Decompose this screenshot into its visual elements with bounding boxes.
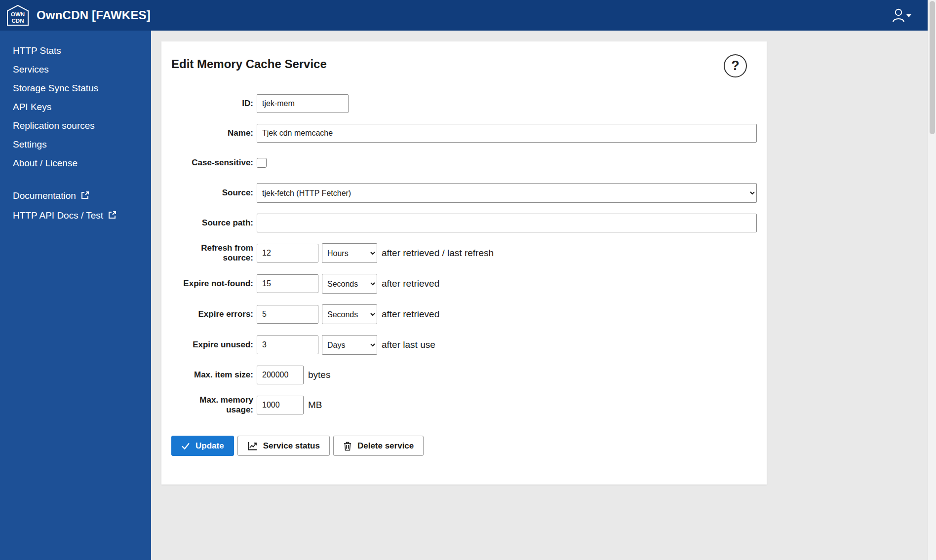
action-buttons: Update Service status — [171, 436, 757, 456]
expire-errors-label: Expire errors: — [171, 309, 253, 319]
service-status-button[interactable]: Service status — [237, 436, 330, 456]
user-icon — [892, 8, 912, 23]
expire-not-found-unit-select[interactable]: Seconds — [322, 274, 377, 294]
sidebar-item-label: HTTP API Docs / Test — [13, 210, 103, 221]
sidebar: HTTP Stats Services Storage Sync Status … — [0, 31, 151, 560]
id-label: ID: — [171, 99, 253, 109]
sidebar-item-settings[interactable]: Settings — [13, 135, 151, 154]
scrollbar[interactable] — [928, 0, 936, 560]
edit-service-card: Edit Memory Cache Service ? ID: Name: Ca… — [161, 41, 767, 485]
expire-unused-suffix: after last use — [382, 339, 435, 350]
sidebar-item-http-stats[interactable]: HTTP Stats — [13, 41, 151, 60]
service-status-button-label: Service status — [263, 441, 320, 451]
max-item-size-label: Max. item size: — [171, 370, 253, 380]
form-row-max-memory: Max. memory usage: MB — [171, 395, 757, 415]
sidebar-external-links: Documentation HTTP API Docs / Test — [0, 187, 151, 226]
case-sensitive-label: Case-sensitive: — [171, 158, 253, 168]
expire-unused-unit-select[interactable]: Days — [322, 335, 377, 355]
expire-not-found-label: Expire not-found: — [171, 279, 253, 289]
check-icon — [181, 443, 190, 449]
sidebar-item-label: Documentation — [13, 190, 76, 201]
app-title: OwnCDN [FAWKES] — [37, 8, 151, 22]
external-link-icon — [108, 211, 117, 222]
svg-text:CDN: CDN — [12, 18, 24, 24]
external-link-icon — [80, 191, 89, 202]
sidebar-item-storage-sync-status[interactable]: Storage Sync Status — [13, 79, 151, 98]
source-select[interactable]: tjek-fetch (HTTP Fetcher) — [257, 183, 757, 203]
sidebar-nav: HTTP Stats Services Storage Sync Status … — [0, 41, 151, 173]
expire-errors-value-field[interactable] — [257, 305, 318, 324]
trash-icon — [343, 441, 352, 451]
max-memory-label: Max. memory usage: — [171, 395, 253, 415]
source-label: Source: — [171, 188, 253, 198]
max-item-size-suffix: bytes — [308, 370, 330, 380]
form-row-name: Name: — [171, 124, 757, 143]
sidebar-item-about-license[interactable]: About / License — [13, 154, 151, 173]
form-row-source-path: Source path: — [171, 214, 757, 232]
user-menu[interactable] — [892, 8, 912, 23]
form-row-expire-not-found: Expire not-found: Seconds after retrieve… — [171, 274, 757, 294]
refresh-label: Refresh from source: — [171, 243, 253, 263]
chevron-down-icon — [906, 14, 911, 17]
refresh-unit-select[interactable]: Hours — [322, 243, 377, 263]
update-button[interactable]: Update — [171, 436, 234, 456]
form-row-refresh: Refresh from source: Hours after retriev… — [171, 243, 757, 263]
service-form: ID: Name: Case-sensitive: Source: tjek-f… — [171, 94, 757, 456]
source-path-label: Source path: — [171, 218, 253, 228]
name-label: Name: — [171, 128, 253, 138]
form-row-case-sensitive: Case-sensitive: — [171, 153, 757, 172]
form-row-id: ID: — [171, 94, 757, 113]
sidebar-item-services[interactable]: Services — [13, 60, 151, 79]
help-button[interactable]: ? — [724, 54, 747, 77]
app-logo: OWN CDN — [7, 5, 29, 26]
form-row-expire-unused: Expire unused: Days after last use — [171, 335, 757, 355]
page-title: Edit Memory Cache Service — [171, 57, 327, 71]
refresh-value-field[interactable] — [257, 244, 318, 262]
update-button-label: Update — [195, 441, 224, 451]
top-bar: OWN CDN OwnCDN [FAWKES] — [0, 0, 936, 31]
source-path-field[interactable] — [257, 214, 757, 232]
max-memory-suffix: MB — [308, 400, 322, 411]
sidebar-item-documentation[interactable]: Documentation — [13, 187, 151, 206]
sidebar-item-replication-sources[interactable]: Replication sources — [13, 116, 151, 135]
expire-unused-label: Expire unused: — [171, 340, 253, 350]
expire-unused-value-field[interactable] — [257, 336, 318, 354]
refresh-suffix: after retrieved / last refresh — [382, 248, 494, 259]
delete-service-button-label: Delete service — [357, 441, 414, 451]
form-row-expire-errors: Expire errors: Seconds after retrieved — [171, 304, 757, 324]
form-row-source: Source: tjek-fetch (HTTP Fetcher) — [171, 183, 757, 203]
sidebar-item-http-api-docs[interactable]: HTTP API Docs / Test — [13, 206, 151, 226]
house-logo-icon: OWN CDN — [7, 5, 29, 26]
form-row-max-item-size: Max. item size: bytes — [171, 366, 757, 384]
expire-not-found-suffix: after retrieved — [382, 278, 439, 289]
svg-text:OWN: OWN — [11, 11, 25, 17]
max-memory-field[interactable] — [257, 396, 304, 414]
delete-service-button[interactable]: Delete service — [333, 436, 424, 456]
sidebar-item-api-keys[interactable]: API Keys — [13, 98, 151, 116]
scrollbar-thumb[interactable] — [930, 1, 935, 134]
id-field — [257, 94, 349, 113]
expire-not-found-value-field[interactable] — [257, 274, 318, 293]
name-field[interactable] — [257, 124, 757, 143]
expire-errors-unit-select[interactable]: Seconds — [322, 304, 377, 324]
max-item-size-field[interactable] — [257, 366, 304, 384]
chart-icon — [247, 441, 258, 451]
expire-errors-suffix: after retrieved — [382, 309, 439, 320]
main-content: Edit Memory Cache Service ? ID: Name: Ca… — [151, 31, 936, 560]
case-sensitive-checkbox[interactable] — [257, 158, 267, 168]
